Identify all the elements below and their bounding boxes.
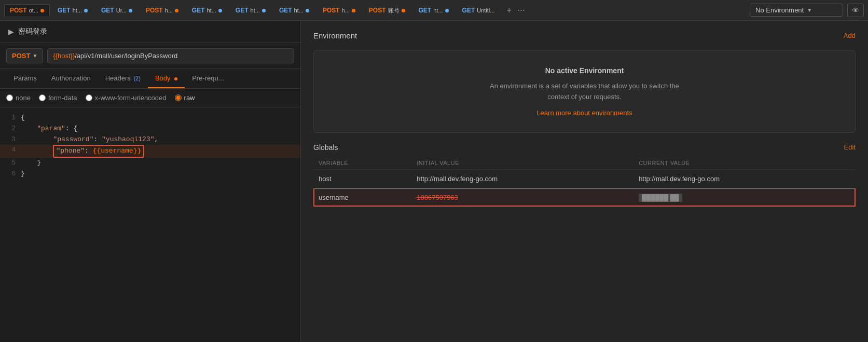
- tab-suffix: ht...: [294, 7, 304, 13]
- tab-get-5[interactable]: GET ht...: [186, 4, 228, 16]
- tab-get-10[interactable]: GET ht...: [413, 4, 454, 16]
- line-number: 6: [0, 169, 21, 180]
- tab-suffix: h...: [165, 7, 173, 13]
- line-number: 3: [0, 134, 21, 145]
- tab-get-7[interactable]: GET ht...: [273, 4, 315, 16]
- line-number: 4: [0, 145, 21, 158]
- table-header: VARIABLE INITIAL VALUE CURRENT VALUE: [313, 157, 856, 170]
- environment-panel-title: Environment: [313, 31, 357, 40]
- tab-get-3[interactable]: GET Ur...: [95, 4, 138, 16]
- eye-button[interactable]: 👁: [847, 4, 864, 17]
- tab-suffix: Untitl...: [477, 7, 494, 13]
- variables-table: VARIABLE INITIAL VALUE CURRENT VALUE hos…: [313, 157, 856, 207]
- more-tabs-button[interactable]: ···: [516, 4, 527, 17]
- environment-selector[interactable]: No Environment ▼: [750, 4, 843, 17]
- tab-get-6[interactable]: GET ht...: [230, 4, 271, 16]
- body-option-urlencoded[interactable]: x-www-form-urlencoded: [86, 94, 167, 102]
- table-body: host http://mall.dev.feng-go.com http://…: [313, 169, 856, 207]
- tab-dot: [40, 9, 44, 12]
- learn-more-link[interactable]: Learn more about environments: [536, 109, 632, 117]
- tab-dot: [84, 9, 88, 12]
- current-value: http://mall.dev.feng-go.com: [633, 169, 856, 188]
- tab-method-label: GET: [236, 7, 249, 14]
- none-radio[interactable]: [6, 94, 13, 101]
- url-input-display[interactable]: {{host}}/api/v1/mall/user/loginByPasswor…: [47, 48, 294, 63]
- top-right-controls: No Environment ▼ 👁: [750, 4, 864, 17]
- variable-name: host: [313, 169, 411, 188]
- tab-suffix: h...: [342, 7, 350, 13]
- urlencoded-radio[interactable]: [86, 94, 92, 101]
- tab-dot: [175, 9, 178, 12]
- tab-post-9[interactable]: POST 账号: [363, 4, 411, 17]
- right-panel: Environment Add No active Environment An…: [301, 21, 868, 342]
- tab-actions: + ···: [504, 4, 527, 17]
- collapse-arrow-icon[interactable]: ▶: [8, 28, 14, 36]
- tab-suffix: Ur...: [116, 7, 127, 13]
- environment-header: Environment Add: [313, 31, 856, 40]
- tab-post-8[interactable]: POST h...: [317, 4, 361, 16]
- current-value: ██████ ██: [633, 188, 856, 207]
- code-line-5: 5 }: [0, 158, 300, 169]
- add-environment-link[interactable]: Add: [844, 32, 856, 39]
- headers-badge: (2): [133, 75, 140, 81]
- url-path: /api/v1/mall/user/loginByPassword: [75, 52, 177, 60]
- tab-dot: [306, 9, 309, 12]
- body-dot-indicator: [174, 77, 177, 80]
- code-line-4: 4 "phone": {{username}}: [0, 145, 300, 158]
- tab-dot: [402, 9, 405, 12]
- tab-suffix: 账号: [388, 7, 399, 15]
- code-line-2: 2 "param": {: [0, 124, 300, 134]
- body-option-none[interactable]: none: [6, 94, 31, 102]
- no-env-title: No active Environment: [324, 66, 845, 75]
- tab-post-4[interactable]: POST h...: [140, 4, 184, 16]
- tab-get-2[interactable]: GET ht...: [52, 4, 93, 16]
- table-row: host http://mall.dev.feng-go.com http://…: [313, 169, 856, 188]
- body-option-formdata[interactable]: form-data: [39, 94, 77, 102]
- chevron-down-icon: ▼: [807, 7, 812, 13]
- request-title-bar: ▶ 密码登录: [0, 21, 300, 43]
- left-panel: ▶ 密码登录 POST ▼ {{host}}/api/v1/mall/user/…: [0, 21, 301, 342]
- tab-prereq[interactable]: Pre-requ...: [185, 69, 231, 88]
- globals-title: Globals: [313, 143, 338, 152]
- tab-headers[interactable]: Headers (2): [98, 69, 148, 88]
- body-options: none form-data x-www-form-urlencoded raw: [0, 89, 300, 107]
- tab-body[interactable]: Body: [148, 69, 185, 88]
- host-variable: {{host}}: [53, 52, 75, 60]
- method-label: POST: [12, 52, 30, 60]
- env-selector-label: No Environment: [755, 6, 804, 14]
- table-header-row: VARIABLE INITIAL VALUE CURRENT VALUE: [313, 157, 856, 170]
- url-bar: POST ▼ {{host}}/api/v1/mall/user/loginBy…: [0, 43, 300, 69]
- tab-params[interactable]: Params: [6, 69, 44, 88]
- tab-dot: [262, 9, 266, 12]
- add-tab-button[interactable]: +: [504, 4, 513, 17]
- globals-header: Globals Edit: [313, 143, 856, 152]
- initial-value: http://mall.dev.feng-go.com: [411, 169, 633, 188]
- initial-value-text: 18867507963: [417, 194, 458, 201]
- no-environment-box: No active Environment An environment is …: [313, 50, 856, 133]
- request-title-text: 密码登录: [18, 27, 47, 36]
- tab-suffix: ht...: [433, 7, 443, 13]
- col-initial-value: INITIAL VALUE: [411, 157, 633, 170]
- tab-method-label: GET: [101, 7, 114, 14]
- tab-suffix: ht...: [251, 7, 260, 13]
- tab-method-label: POST: [10, 7, 27, 14]
- col-variable: VARIABLE: [313, 157, 411, 170]
- method-selector[interactable]: POST ▼: [6, 48, 43, 63]
- code-editor[interactable]: 1 { 2 "param": { 3 "password": "yushaoqi…: [0, 107, 300, 342]
- tab-method-label: POST: [146, 7, 163, 14]
- raw-radio[interactable]: [175, 94, 182, 101]
- body-option-raw[interactable]: raw: [175, 94, 195, 102]
- tab-method-label: POST: [323, 7, 340, 14]
- tab-dot: [352, 9, 355, 12]
- tab-dot: [445, 9, 449, 12]
- line-number: 5: [0, 158, 21, 169]
- edit-globals-link[interactable]: Edit: [844, 143, 856, 151]
- col-current-value: CURRENT VALUE: [633, 157, 856, 170]
- formdata-radio[interactable]: [39, 94, 46, 101]
- tab-suffix: ht...: [73, 7, 82, 13]
- tab-post-1[interactable]: POST ot...: [4, 4, 50, 16]
- tab-get-11[interactable]: GET Untitl...: [457, 4, 501, 16]
- tab-authorization[interactable]: Authorization: [44, 69, 98, 88]
- no-env-description: An environment is a set of variables tha…: [324, 81, 845, 103]
- tab-suffix: ht...: [207, 7, 216, 13]
